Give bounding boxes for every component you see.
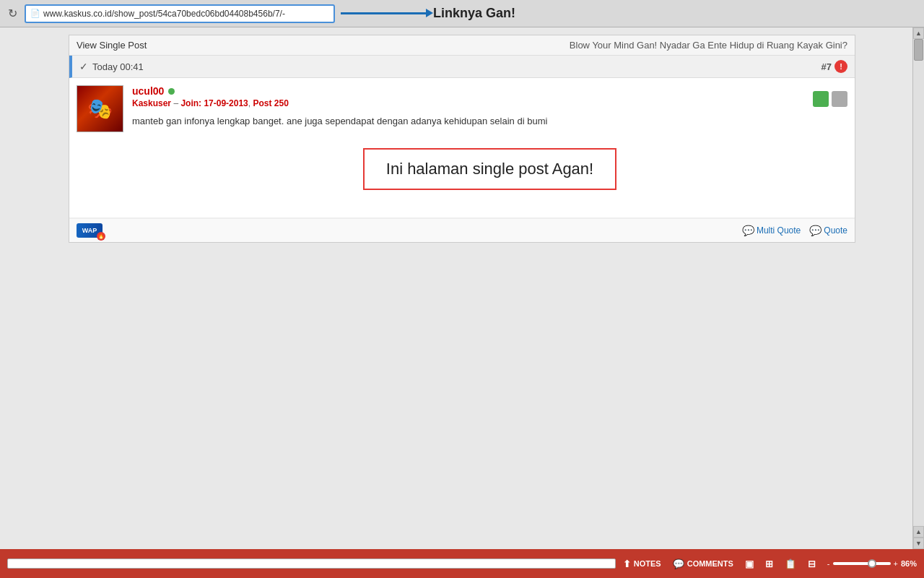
zoom-minus-button[interactable]: -	[827, 559, 830, 568]
post-body: 🎭 ucul00 Kaskuser – Join: 17-09-2013	[69, 78, 855, 218]
book-view-button[interactable]: 📋	[785, 558, 796, 569]
wap-badge: 🔥	[97, 232, 105, 241]
notes-button[interactable]: ⬆ NOTES	[623, 558, 661, 569]
scroll-down-button-1[interactable]: ▲	[913, 526, 924, 538]
notes-icon: ⬆	[623, 558, 631, 569]
quote-link[interactable]: 💬 Quote	[809, 225, 847, 236]
user-action-buttons	[813, 91, 847, 107]
multi-quote-link[interactable]: 💬 Multi Quote	[742, 225, 801, 236]
reload-button[interactable]: ↻	[4, 6, 20, 22]
zoom-plus-button[interactable]: +	[894, 559, 898, 568]
user-status: Kaskuser	[132, 98, 171, 108]
post-timestamp: Today 00:41	[92, 61, 144, 72]
highlight-box-wrapper: Ini halaman single post Agan!	[132, 141, 847, 197]
online-indicator	[168, 88, 175, 95]
comments-icon: 💬	[673, 558, 684, 569]
notes-label: NOTES	[634, 559, 661, 568]
page-view-button[interactable]: ▣	[745, 558, 754, 569]
view-single-post-label: View Single Post	[77, 40, 147, 51]
user-info: ucul00 Kaskuser – Join: 17-09-2013, Post…	[132, 85, 813, 108]
zoom-slider-thumb[interactable]	[868, 559, 876, 568]
join-date: Join: 17-09-2013	[180, 98, 248, 108]
thread-title: Blow Your Mind Gan! Nyadar Ga Ente Hidup…	[570, 40, 847, 51]
zoom-percent: 86%	[901, 559, 917, 568]
status-actions: ⬆ NOTES 💬 COMMENTS ▣ ⊞ 📋 ⊟ - + 86%	[623, 558, 917, 569]
post-count-label: Post	[253, 98, 271, 108]
horizontal-scrollbar[interactable]	[7, 558, 616, 569]
book-view-icon: 📋	[785, 558, 796, 569]
arrow-line	[341, 12, 427, 14]
quote-icon: 💬	[809, 225, 821, 236]
green-action-button[interactable]	[813, 91, 829, 107]
gray-action-button[interactable]	[832, 91, 847, 107]
post-timestamp-row: ✓ Today 00:41 #7 !	[69, 56, 855, 78]
multi-quote-icon: 💬	[742, 225, 754, 236]
zoom-slider[interactable]	[833, 562, 891, 565]
post-num-area: #7 !	[821, 60, 847, 73]
status-bar: ⬆ NOTES 💬 COMMENTS ▣ ⊞ 📋 ⊟ - + 86%	[0, 549, 924, 578]
grid-view-button[interactable]: ⊞	[765, 558, 773, 569]
right-scrollbar[interactable]: ▲ ▲ ▼	[912, 27, 924, 549]
address-bar-container: 📄 Linknya Gan!	[25, 4, 920, 23]
url-annotation: Linknya Gan!	[341, 6, 515, 21]
comments-label: COMMENTS	[687, 559, 733, 568]
arrow-label: Linknya Gan!	[433, 6, 515, 21]
page-icon: 📄	[30, 9, 40, 18]
browser-chrome: ↻ 📄 Linknya Gan!	[0, 0, 924, 27]
scroll-up-button[interactable]: ▲	[913, 27, 924, 39]
post-right-section: ucul00 Kaskuser – Join: 17-09-2013, Post…	[132, 85, 847, 210]
alert-icon: !	[834, 60, 847, 73]
comments-button[interactable]: 💬 COMMENTS	[673, 558, 733, 569]
quote-label: Quote	[824, 225, 847, 236]
url-input[interactable]	[43, 9, 329, 19]
avatar: 🎭	[77, 85, 123, 132]
post-number: #7	[821, 61, 832, 72]
address-bar[interactable]: 📄	[25, 4, 335, 23]
quote-actions: 💬 Multi Quote 💬 Quote	[742, 225, 847, 236]
avatar-image: 🎭	[77, 86, 123, 131]
scroll-thumb[interactable]	[914, 39, 923, 61]
post-content-wrapper: manteb gan infonya lengkap banget. ane j…	[132, 108, 847, 210]
post-container: View Single Post Blow Your Mind Gan! Nya…	[69, 35, 855, 243]
username-link[interactable]: ucul00	[132, 85, 164, 97]
main-content: View Single Post Blow Your Mind Gan! Nya…	[0, 27, 924, 549]
highlight-box-text: Ini halaman single post Agan!	[386, 160, 593, 178]
settings-button[interactable]: ⊟	[808, 558, 816, 569]
post-footer: WAP 🔥 💬 Multi Quote 💬 Quote	[69, 218, 855, 242]
post-count: 250	[274, 98, 289, 108]
wap-icon: WAP 🔥	[77, 223, 103, 238]
highlight-box: Ini halaman single post Agan!	[363, 148, 616, 190]
user-content-row: ucul00 Kaskuser – Join: 17-09-2013, Post…	[132, 85, 847, 108]
timestamp-left: ✓ Today 00:41	[79, 61, 144, 72]
page-view-icon: ▣	[745, 558, 754, 569]
multi-quote-label: Multi Quote	[757, 225, 801, 236]
zoom-control: - + 86%	[827, 559, 917, 568]
scroll-track	[913, 61, 924, 526]
post-text: manteb gan infonya lengkap banget. ane j…	[132, 114, 847, 129]
grid-view-icon: ⊞	[765, 558, 773, 569]
settings-icon: ⊟	[808, 558, 816, 569]
post-header-bar: View Single Post Blow Your Mind Gan! Nya…	[69, 35, 855, 56]
check-icon: ✓	[79, 61, 88, 72]
username-row: ucul00	[132, 85, 813, 97]
user-meta: Kaskuser – Join: 17-09-2013, Post 250	[132, 98, 813, 108]
scroll-down-button-2[interactable]: ▼	[913, 538, 924, 549]
